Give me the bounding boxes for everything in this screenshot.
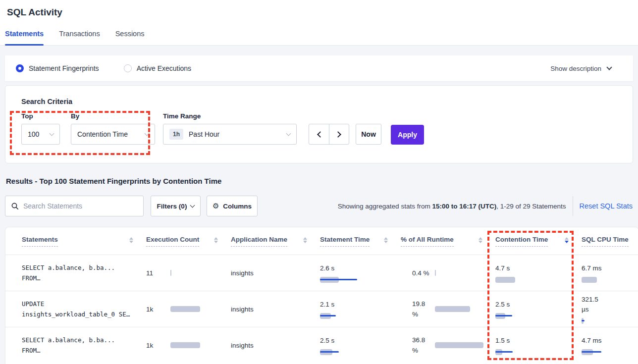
sort-desc-icon	[565, 237, 569, 245]
application-name-cell: insights	[231, 342, 320, 349]
column-header-application-name[interactable]: Application Name	[231, 236, 320, 247]
bar-blue-line	[320, 279, 357, 280]
page-title: SQL Activity	[0, 7, 638, 18]
radio-unselected-icon	[124, 64, 132, 72]
sql-cpu-time-cell: 6.7 ms	[582, 263, 638, 283]
sort-icon	[384, 237, 388, 245]
bar-gray	[582, 277, 597, 283]
column-header-runtime-pct[interactable]: % of All Runtime	[401, 236, 495, 247]
chevron-down-icon	[190, 203, 195, 208]
sql-cpu-time-cell: 4.7 ms	[582, 336, 638, 355]
sort-icon	[303, 237, 307, 245]
column-header-statement-time[interactable]: Statement Time	[320, 236, 401, 247]
columns-button[interactable]: ⚙ Columns	[207, 196, 258, 216]
sort-icon	[478, 237, 482, 245]
tab-statements[interactable]: Statements	[5, 30, 44, 45]
apply-button[interactable]: Apply	[391, 125, 424, 145]
time-step-buttons	[309, 124, 349, 145]
time-range-value: Past Hour	[189, 130, 219, 138]
execution-count-cell: 1k	[146, 342, 231, 349]
search-statements-input[interactable]	[23, 202, 132, 210]
top-label: Top	[21, 112, 60, 120]
bar-blue-line	[582, 351, 601, 353]
bar-blue-line	[320, 351, 339, 353]
column-header-execution-count[interactable]: Execution Count	[146, 236, 231, 247]
time-range-select[interactable]: 1h Past Hour	[163, 124, 297, 145]
main-content: Statement Fingerprints Active Executions…	[0, 55, 638, 364]
time-range-label: Time Range	[163, 112, 297, 120]
statement-link[interactable]: SELECT a.balance, b.ba... FROM…	[22, 262, 146, 283]
contention-time-cell: 2.5 s	[495, 300, 582, 319]
view-mode-bar: Statement Fingerprints Active Executions…	[5, 55, 633, 81]
by-select-value: Contention Time	[77, 130, 128, 138]
application-name-cell: insights	[231, 269, 320, 277]
bar-gray	[435, 270, 436, 276]
sql-cpu-time-cell: 321.5 µs	[582, 295, 638, 324]
columns-label: Columns	[223, 203, 252, 210]
bar-gray	[495, 277, 515, 283]
table-row: SELECT a.balance, b.ba... FROM… 1k insig…	[5, 327, 638, 363]
table-row: UPDATE insights_workload_table_0 SE… 1k …	[5, 291, 638, 327]
sort-icon	[214, 237, 218, 245]
radio-statement-fingerprints[interactable]: Statement Fingerprints	[16, 64, 99, 72]
table-row: SELECT a.balance, b.ba... FROM… 11 insig…	[5, 255, 638, 291]
divider	[573, 196, 573, 216]
now-button[interactable]: Now	[356, 124, 381, 145]
gear-icon: ⚙	[213, 202, 219, 210]
statement-link[interactable]: SELECT a.balance, b.ba... FROM…	[22, 335, 146, 356]
radio-selected-icon	[16, 64, 24, 72]
bar-gray	[435, 306, 470, 312]
execution-count-cell: 1k	[146, 306, 231, 313]
time-back-button[interactable]	[309, 124, 329, 144]
time-range-badge: 1h	[169, 129, 183, 140]
filters-label: Filters (0)	[157, 203, 187, 210]
bar-blue-line	[495, 351, 513, 353]
radio-active-executions[interactable]: Active Executions	[124, 64, 192, 72]
search-criteria-title: Search Criteria	[5, 86, 633, 105]
execution-count-cell: 11	[146, 269, 231, 277]
search-icon	[11, 202, 19, 210]
statement-time-cell: 2.5 s	[320, 336, 401, 355]
page-header: SQL Activity Statements Transactions Ses…	[0, 0, 638, 46]
tab-transactions[interactable]: Transactions	[59, 30, 100, 45]
top-select[interactable]: 100	[21, 124, 60, 145]
statement-link[interactable]: UPDATE insights_workload_table_0 SE…	[22, 299, 146, 319]
chevron-right-icon	[335, 131, 341, 138]
results-heading: Results - Top 100 Statement Fingerprints…	[6, 177, 633, 185]
time-forward-button[interactable]	[329, 124, 349, 144]
runtime-pct-cell: 19.8 %	[401, 299, 495, 319]
bar-gray	[170, 342, 200, 348]
bar-gray	[170, 306, 200, 312]
contention-time-cell: 1.5 s	[495, 336, 582, 355]
tab-bar: Statements Transactions Sessions	[0, 30, 638, 46]
tab-sessions[interactable]: Sessions	[115, 30, 145, 45]
sort-icon	[129, 237, 133, 245]
table-header-row: Statements Execution Count Application N…	[5, 227, 638, 255]
application-name-cell: insights	[231, 306, 320, 313]
column-header-statements[interactable]: Statements	[22, 236, 146, 247]
reset-sql-stats-link[interactable]: Reset SQL Stats	[580, 202, 633, 210]
statements-table: Statements Execution Count Application N…	[5, 227, 638, 364]
filters-button[interactable]: Filters (0)	[151, 196, 201, 216]
show-description-label: Show description	[550, 65, 601, 72]
bar-gray	[435, 342, 483, 348]
bar-gray	[170, 270, 171, 276]
results-toolbar: Filters (0) ⚙ Columns Showing aggregated…	[5, 196, 633, 216]
aggregated-stats-text: Showing aggregated stats from 15:00 to 1…	[338, 203, 566, 210]
radio-label: Statement Fingerprints	[29, 64, 99, 72]
bar-blue-line	[495, 315, 512, 316]
runtime-pct-cell: 0.4 %	[401, 268, 495, 278]
column-header-sql-cpu-time[interactable]: SQL CPU Time	[582, 236, 638, 247]
chevron-left-icon	[317, 131, 323, 138]
show-description-toggle[interactable]: Show description	[550, 65, 622, 72]
top-select-value: 100	[28, 130, 39, 138]
chevron-down-icon	[286, 131, 291, 136]
search-criteria-panel: Search Criteria Top 100 By Contention Ti…	[5, 85, 633, 163]
statement-time-cell: 2.1 s	[320, 300, 401, 319]
stats-time-range: 15:00 to 16:17 (UTC)	[432, 203, 496, 210]
by-select[interactable]: Contention Time	[71, 124, 155, 145]
chevron-down-icon	[50, 131, 54, 136]
chevron-down-icon	[145, 131, 150, 136]
bar-blue-line	[582, 320, 585, 321]
column-header-contention-time[interactable]: Contention Time	[495, 236, 582, 247]
